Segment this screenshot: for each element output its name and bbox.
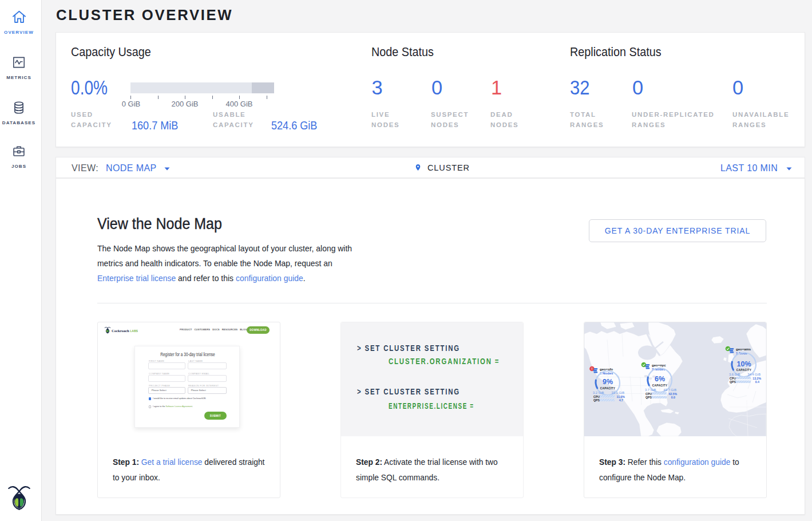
svg-text:6%: 6% bbox=[655, 375, 665, 383]
svg-text:QPS: QPS bbox=[645, 396, 652, 399]
svg-text:CPU: CPU bbox=[645, 392, 652, 396]
svg-text:geo=ams: geo=ams bbox=[736, 348, 751, 351]
svg-text:3.6 GiB: 3.6 GiB bbox=[729, 373, 740, 376]
svg-text:Cockroach: Cockroach bbox=[112, 329, 129, 333]
svg-text:42.5%: 42.5% bbox=[668, 392, 677, 396]
svg-text:CAPACITY: CAPACITY bbox=[600, 387, 616, 390]
svg-text:9%: 9% bbox=[603, 378, 613, 386]
svg-text:LABS: LABS bbox=[130, 330, 138, 333]
svg-text:geo=nyc: geo=nyc bbox=[652, 364, 666, 367]
svg-text:0.4: 0.4 bbox=[755, 380, 759, 384]
svg-text:33.1 GiB: 33.1 GiB bbox=[611, 391, 624, 394]
svg-text:3.7 GiB: 3.7 GiB bbox=[645, 388, 656, 392]
svg-text:CAPACITY: CAPACITY bbox=[652, 384, 668, 387]
svg-text:CPU: CPU bbox=[593, 395, 600, 398]
svg-text:CPU: CPU bbox=[730, 377, 736, 380]
svg-text:!: ! bbox=[592, 367, 593, 370]
svg-text:QPS: QPS bbox=[593, 398, 600, 402]
svg-text:0.0: 0.0 bbox=[671, 396, 675, 399]
svg-text:11.0%: 11.0% bbox=[617, 395, 625, 398]
svg-text:4.7: 4.7 bbox=[619, 398, 623, 402]
svg-text:QPS: QPS bbox=[730, 380, 736, 384]
svg-text:10%: 10% bbox=[736, 360, 751, 368]
svg-text:CAPACITY: CAPACITY bbox=[736, 369, 752, 372]
svg-text:13.2%: 13.2% bbox=[752, 377, 761, 380]
svg-text:43.7 GiB: 43.7 GiB bbox=[663, 388, 676, 392]
svg-text:34.4 GiB: 34.4 GiB bbox=[747, 373, 760, 376]
svg-text:3.2 GiB: 3.2 GiB bbox=[593, 391, 604, 394]
